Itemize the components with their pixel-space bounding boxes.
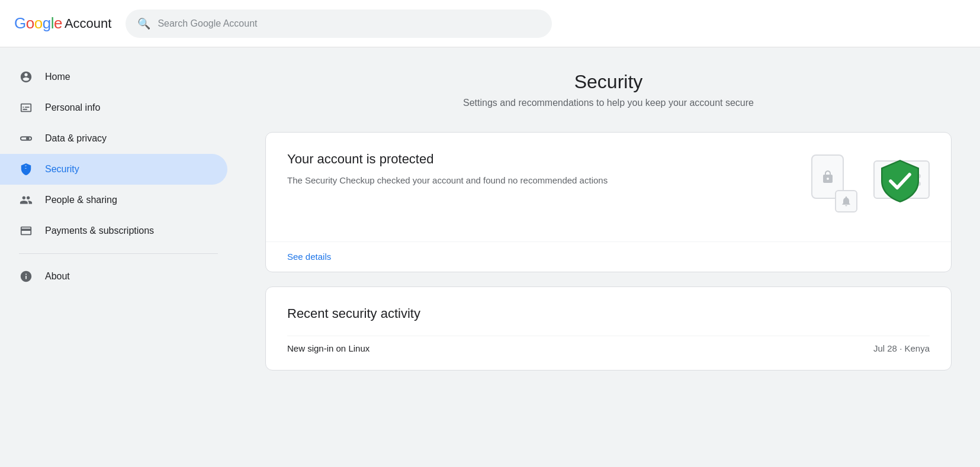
sidebar-item-payments-label: Payments & subscriptions: [45, 226, 154, 236]
personal-info-icon: [19, 101, 33, 115]
sidebar-item-security[interactable]: Security: [0, 154, 227, 185]
protected-card-title: Your account is protected: [287, 152, 797, 167]
shield-illustration: [811, 152, 930, 223]
account-wordmark: Account: [65, 16, 112, 31]
sidebar-item-personal-info-label: Personal info: [45, 102, 100, 113]
about-icon: [19, 269, 33, 284]
people-icon: [19, 193, 33, 207]
sidebar-item-payments[interactable]: Payments & subscriptions: [0, 215, 227, 246]
protected-card-footer: See details: [266, 241, 951, 272]
activity-event-meta: Jul 28 · Kenya: [873, 343, 930, 353]
app-header: Google Account 🔍 Search Google Account: [0, 0, 980, 47]
page-layout: Home Personal info Data & privacy Securi…: [0, 47, 980, 467]
main-content: Security Settings and recommendations to…: [237, 47, 980, 467]
sidebar-item-personal-info[interactable]: Personal info: [0, 92, 227, 123]
nav-divider: [19, 253, 218, 254]
search-icon: 🔍: [137, 17, 150, 30]
activity-row: New sign-in on Linux Jul 28 · Kenya: [287, 336, 930, 360]
green-shield: [876, 157, 924, 205]
sidebar-item-people-sharing-label: People & sharing: [45, 195, 117, 205]
search-placeholder-text: Search Google Account: [158, 18, 257, 29]
payments-icon: [19, 224, 33, 238]
sidebar-item-about-label: About: [45, 271, 70, 282]
page-title: Security: [265, 71, 952, 93]
sidebar-item-security-label: Security: [45, 164, 79, 175]
shield-svg: [876, 157, 924, 205]
protected-card-body: Your account is protected The Security C…: [266, 133, 951, 241]
sidebar-item-people-sharing[interactable]: People & sharing: [0, 185, 227, 215]
google-logo: Google Account: [14, 14, 111, 33]
google-wordmark: Google: [14, 14, 62, 33]
security-icon: [19, 162, 33, 176]
svg-point-1: [26, 137, 30, 140]
data-privacy-icon: [19, 131, 33, 146]
sidebar-item-data-privacy[interactable]: Data & privacy: [0, 123, 227, 154]
activity-card-body: Recent security activity New sign-in on …: [266, 287, 951, 370]
search-bar[interactable]: 🔍 Search Google Account: [126, 9, 552, 38]
sidebar: Home Personal info Data & privacy Securi…: [0, 47, 237, 467]
illus-bell: [835, 190, 857, 212]
protected-card-description: The Security Checkup checked your accoun…: [287, 174, 619, 188]
protected-card-text: Your account is protected The Security C…: [287, 152, 797, 188]
home-icon: [19, 70, 33, 84]
sidebar-item-data-privacy-label: Data & privacy: [45, 133, 107, 144]
protected-card: Your account is protected The Security C…: [265, 132, 952, 272]
activity-event-label: New sign-in on Linux: [287, 343, 369, 353]
sidebar-item-home-label: Home: [45, 72, 70, 82]
sidebar-item-about[interactable]: About: [0, 261, 227, 292]
activity-card-title: Recent security activity: [287, 306, 930, 321]
see-details-link[interactable]: See details: [287, 252, 331, 262]
sidebar-item-home[interactable]: Home: [0, 62, 227, 92]
page-subtitle: Settings and recommendations to help you…: [265, 98, 952, 108]
activity-card: Recent security activity New sign-in on …: [265, 286, 952, 371]
